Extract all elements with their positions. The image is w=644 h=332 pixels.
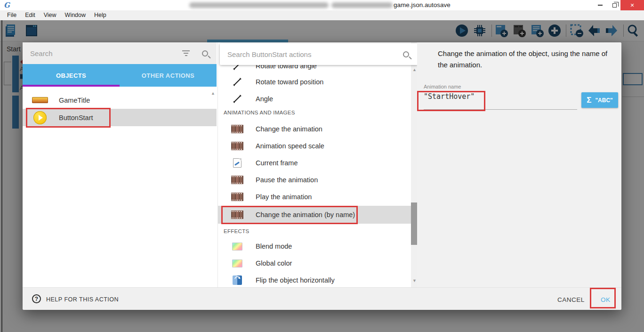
buttonstart-thumbnail-icon [33, 111, 47, 124]
action-row[interactable]: Current frame [218, 154, 411, 171]
window-title: game.json.autosave [394, 1, 451, 8]
search-icon [403, 51, 409, 57]
help-link[interactable]: HELP FOR THIS ACTION [46, 296, 119, 303]
action-row[interactable]: Blend mode [218, 238, 411, 255]
minimize-button[interactable] [594, 0, 606, 10]
action-label: Current frame [256, 159, 298, 167]
window-titlebar: G game.json.autosave ✕ [0, 0, 644, 10]
tab-other-actions[interactable]: OTHER ACTIONS [120, 64, 217, 87]
scroll-up-arrow[interactable]: ▲ [412, 68, 417, 72]
action-row[interactable]: Angle [218, 90, 411, 107]
object-search-bar [23, 42, 217, 64]
film-icon [231, 176, 243, 184]
action-label: Flip the object horizontally [256, 276, 335, 284]
action-label: Play the animation [256, 193, 312, 201]
film-icon [231, 142, 243, 150]
dialog-footer: ? HELP FOR THIS ACTION CANCEL OK [23, 287, 621, 310]
action-label: Change the animation [256, 125, 322, 133]
action-description: Change the animation of the object, usin… [438, 48, 619, 71]
action-row[interactable]: Pause the animation [218, 171, 411, 188]
gdevelop-logo-icon: G [4, 1, 12, 9]
action-row[interactable]: Play the animation [218, 188, 411, 205]
screen: G game.json.autosave ✕ File Edit View Wi… [0, 0, 644, 332]
ok-button[interactable]: OK [596, 294, 615, 305]
rotate-icon [233, 94, 242, 104]
animation-name-label: Animation name [424, 84, 461, 89]
action-search-bar [220, 43, 417, 65]
action-label: Global color [256, 259, 292, 267]
menu-view[interactable]: View [40, 10, 61, 20]
action-row-selected[interactable]: Change the animation (by name) [218, 206, 411, 224]
menu-window[interactable]: Window [61, 10, 90, 20]
action-search-input[interactable] [220, 50, 403, 58]
action-row[interactable]: Rotate toward position [218, 73, 411, 90]
animation-name-input[interactable]: "StartHover" [424, 92, 475, 101]
film-icon [231, 211, 243, 219]
menu-file[interactable]: File [3, 10, 21, 20]
film-icon [231, 193, 243, 201]
action-row[interactable]: Global color [218, 255, 411, 272]
section-header: EFFECTS [224, 228, 250, 234]
frame-icon [233, 158, 242, 168]
active-tab-underline [23, 85, 120, 87]
object-search-input[interactable] [23, 49, 181, 57]
help-question-icon[interactable]: ? [32, 294, 41, 303]
scroll-down-arrow[interactable]: ▼ [412, 279, 417, 283]
object-panel-tabs: OBJECTS OTHER ACTIONS [23, 64, 217, 87]
redacted-title-segment [331, 2, 393, 8]
redacted-title-segment [189, 2, 329, 8]
film-icon [231, 125, 243, 133]
object-row-gametitle[interactable]: GameTitle [23, 91, 217, 109]
close-button[interactable]: ✕ [620, 0, 644, 10]
restore-button[interactable] [608, 0, 620, 10]
menu-help[interactable]: Help [90, 10, 111, 20]
actions-scrollbar[interactable]: ▲ ▼ [411, 42, 417, 287]
color-gradient-icon [232, 259, 242, 267]
expression-button-label: "ABC" [595, 97, 612, 104]
action-label: Animation speed scale [256, 142, 324, 150]
actions-panel: Rotate toward angle Rotate toward positi… [217, 42, 417, 287]
expression-editor-button[interactable]: Σ "ABC" [581, 92, 618, 108]
menu-bar: File Edit View Window Help [0, 10, 644, 20]
action-row[interactable]: Change the animation [218, 121, 411, 138]
objects-panel: OBJECTS OTHER ACTIONS GameTitle ButtonSt… [23, 42, 217, 287]
sigma-icon: Σ [587, 96, 591, 105]
object-name: GameTitle [59, 97, 90, 104]
filter-icon[interactable] [181, 50, 191, 56]
minimize-icon [598, 5, 603, 6]
close-icon: ✕ [630, 2, 634, 8]
action-editor-dialog: OBJECTS OTHER ACTIONS GameTitle ButtonSt… [23, 42, 621, 310]
gametitle-thumbnail-icon [32, 97, 48, 103]
scrollbar-thumb[interactable] [411, 202, 417, 245]
parameters-panel: Change the animation of the object, usin… [417, 42, 621, 287]
flip-horizontal-icon [233, 275, 242, 285]
rotate-icon [233, 77, 242, 87]
object-name: ButtonStart [59, 114, 93, 121]
input-underline [424, 109, 577, 110]
cancel-button[interactable]: CANCEL [554, 294, 588, 305]
color-gradient-icon [232, 243, 242, 251]
restore-icon [612, 3, 617, 8]
tab-objects[interactable]: OBJECTS [23, 64, 120, 87]
action-row[interactable]: Animation speed scale [218, 138, 411, 154]
section-header: ANIMATIONS AND IMAGES [224, 110, 295, 115]
action-label: Blend mode [256, 243, 292, 250]
object-row-buttonstart[interactable]: ButtonStart [23, 109, 217, 126]
menu-edit[interactable]: Edit [21, 10, 40, 20]
search-icon [202, 50, 208, 57]
action-label: Rotate toward position [256, 78, 323, 86]
action-label: Pause the animation [256, 176, 318, 184]
scroll-up-arrow[interactable]: ▲ [211, 91, 215, 96]
action-label: Change the animation (by name) [256, 211, 355, 219]
action-label: Angle [256, 95, 273, 103]
action-row[interactable]: Flip the object horizontally [218, 272, 411, 287]
